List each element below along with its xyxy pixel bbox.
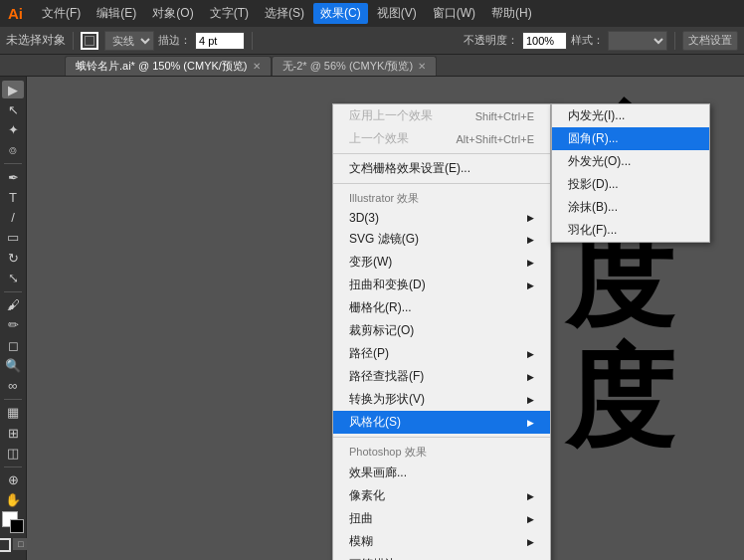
ai-logo: Ai (8, 5, 23, 22)
background-color[interactable] (10, 519, 24, 533)
menu-window[interactable]: 窗口(W) (426, 3, 482, 24)
title-bar: Ai 文件(F) 编辑(E) 对象(O) 文字(T) 选择(S) 效果(C) 视… (0, 0, 744, 27)
main-area: ▶ ↖ ✦ ⌾ ✒ T / ▭ ↻ ⤡ 🖌 ✏ ◻ 🔍 ∞ ▦ ⊞ ◫ ⊕ ✋ (0, 77, 744, 560)
effect-svg-filter[interactable]: SVG 滤镜(G) (333, 228, 550, 251)
menu-file[interactable]: 文件(F) (35, 3, 88, 24)
gradient-tool[interactable]: ◫ (2, 444, 24, 462)
effect-doc-settings[interactable]: 文档栅格效果设置(E)... (333, 157, 550, 180)
menu-bar: 文件(F) 编辑(E) 对象(O) 文字(T) 选择(S) 效果(C) 视图(V… (35, 3, 539, 24)
line-tool[interactable]: / (2, 209, 24, 227)
toolbar-right: 不透明度： 样式： 文档设置 (464, 31, 738, 51)
zoom-tool[interactable]: ⊕ (2, 470, 24, 488)
color-swatches: □ (0, 511, 29, 552)
tab-2[interactable]: 无-2* @ 56% (CMYK/预览) ✕ (272, 56, 438, 76)
effect-sep-2 (333, 183, 550, 184)
rectangle-tool[interactable]: ▭ (2, 229, 24, 247)
effect-distort-ps[interactable]: 扭曲 (333, 507, 550, 530)
eyedropper-tool[interactable]: 🔍 (2, 356, 24, 374)
effect-3d[interactable]: 3D(3) (333, 208, 550, 228)
toolbar-sep-3 (674, 32, 675, 50)
effect-last: 上一个效果 Alt+Shift+Ctrl+E (333, 127, 550, 150)
rotate-tool[interactable]: ↻ (2, 249, 24, 267)
tab-2-label: 无-2* @ 56% (CMYK/预览) (282, 59, 414, 74)
eraser-tool[interactable]: ◻ (2, 336, 24, 354)
stylize-scribble[interactable]: 涂抹(B)... (552, 196, 709, 219)
tool-sep-4 (4, 467, 22, 467)
effect-distort[interactable]: 扭曲和变换(D) (333, 274, 550, 296)
tab-2-close[interactable]: ✕ (418, 61, 426, 72)
menu-view[interactable]: 视图(V) (370, 3, 424, 24)
stylize-round-corners[interactable]: 圆角(R)... (552, 127, 709, 150)
effect-brush-strokes[interactable]: 画笔描边 (333, 553, 550, 560)
effect-blur[interactable]: 模糊 (333, 530, 550, 553)
pen-tool[interactable]: ✒ (2, 168, 24, 186)
magic-wand-tool[interactable]: ✦ (2, 121, 24, 139)
stroke-color[interactable] (0, 538, 11, 552)
stroke-type-select[interactable]: 实线 (104, 31, 154, 51)
effect-gallery[interactable]: 效果画廊... (333, 462, 550, 484)
stylize-drop-shadow[interactable]: 投影(D)... (552, 173, 709, 196)
effect-path[interactable]: 路径(P) (333, 342, 550, 365)
tool-sep-3 (4, 399, 22, 400)
style-select[interactable] (608, 31, 667, 51)
opacity-input[interactable] (522, 32, 567, 50)
scale-tool[interactable]: ⤡ (2, 269, 24, 286)
effect-sep-1 (333, 153, 550, 154)
effect-dropdown: 应用上一个效果 Shift+Ctrl+E 上一个效果 Alt+Shift+Ctr… (332, 103, 551, 560)
menu-select[interactable]: 选择(S) (258, 3, 311, 24)
effect-pixelate[interactable]: 像素化 (333, 484, 550, 507)
hand-tool[interactable]: ✋ (2, 491, 24, 509)
effect-sep-3 (333, 437, 550, 438)
menu-object[interactable]: 对象(O) (145, 3, 200, 24)
stroke-label: 描边： (158, 33, 191, 48)
tool-sep-1 (4, 163, 22, 164)
menu-effect[interactable]: 效果(C) (313, 3, 368, 24)
direct-selection-tool[interactable]: ↖ (2, 100, 24, 118)
no-selection-label: 未选择对象 (6, 32, 66, 49)
toolbar-sep-1 (73, 32, 74, 50)
paintbrush-tool[interactable]: 🖌 (2, 295, 24, 313)
stroke-icon (81, 32, 98, 50)
canvas-area: 百 度 百 度 百 度 应用上一个效果 Shift+Ctrl+E 上一个效果 A… (27, 77, 744, 560)
pencil-tool[interactable]: ✏ (2, 316, 24, 334)
lasso-tool[interactable]: ⌾ (2, 141, 24, 159)
tool-sep-2 (4, 291, 22, 292)
effect-convert-shape[interactable]: 转换为形状(V) (333, 388, 550, 411)
effect-rasterize[interactable]: 栅格化(R)... (333, 296, 550, 319)
effect-apply-last: 应用上一个效果 Shift+Ctrl+E (333, 104, 550, 127)
tab-1[interactable]: 蛾铃名片.ai* @ 150% (CMYK/预览) ✕ (65, 56, 272, 76)
menu-help[interactable]: 帮助(H) (484, 3, 539, 24)
menu-edit[interactable]: 编辑(E) (90, 3, 143, 24)
tab-1-label: 蛾铃名片.ai* @ 150% (CMYK/预览) (76, 59, 248, 74)
style-label: 样式： (571, 33, 604, 48)
illustrator-section-label: Illustrator 效果 (333, 187, 550, 208)
effect-warp[interactable]: 变形(W) (333, 251, 550, 274)
opacity-label: 不透明度： (464, 33, 518, 48)
fg-bg-color[interactable] (2, 511, 24, 533)
selection-tool[interactable]: ▶ (2, 81, 24, 98)
toolbar-sep-2 (252, 32, 253, 50)
tab-1-close[interactable]: ✕ (253, 61, 261, 72)
menu-type[interactable]: 文字(T) (203, 3, 256, 24)
blend-tool[interactable]: ∞ (2, 377, 24, 395)
graph-tool[interactable]: ▦ (2, 404, 24, 422)
stylize-submenu: 内发光(I)... 圆角(R)... 外发光(O)... 投影(D)... 涂抹… (551, 103, 710, 243)
effect-stylize[interactable]: 风格化(S) (333, 411, 550, 434)
stroke-size-input[interactable] (195, 32, 245, 50)
tab-bar: 蛾铃名片.ai* @ 150% (CMYK/预览) ✕ 无-2* @ 56% (… (0, 55, 744, 77)
mesh-tool[interactable]: ⊞ (2, 424, 24, 442)
effect-pathfinder[interactable]: 路径查找器(F) (333, 365, 550, 388)
type-tool[interactable]: T (2, 188, 24, 206)
stylize-outer-glow[interactable]: 外发光(O)... (552, 150, 709, 173)
toolbar: 未选择对象 实线 描边： 不透明度： 样式： 文档设置 (0, 27, 744, 55)
stylize-feather[interactable]: 羽化(F)... (552, 219, 709, 242)
doc-settings-btn[interactable]: 文档设置 (682, 31, 738, 51)
toolbox: ▶ ↖ ✦ ⌾ ✒ T / ▭ ↻ ⤡ 🖌 ✏ ◻ 🔍 ∞ ▦ ⊞ ◫ ⊕ ✋ (0, 77, 27, 560)
effect-crop-marks[interactable]: 裁剪标记(O) (333, 319, 550, 342)
photoshop-section-label: Photoshop 效果 (333, 441, 550, 462)
stylize-inner-glow[interactable]: 内发光(I)... (552, 104, 709, 127)
